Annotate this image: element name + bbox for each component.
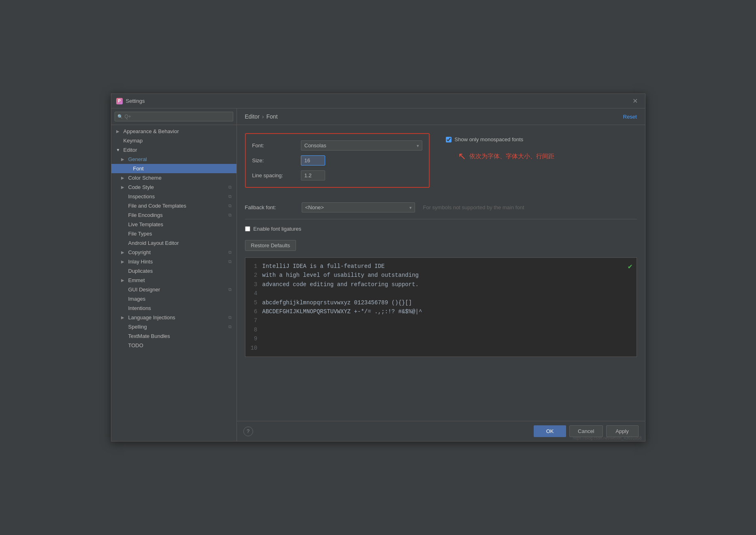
sidebar-item-label: Inspections bbox=[128, 193, 155, 200]
help-button[interactable]: ? bbox=[243, 427, 253, 436]
annotation-arrow-icon: ↖ bbox=[458, 151, 466, 162]
expand-icon: ▶ bbox=[116, 129, 122, 134]
dialog-body: 🔍 ▶ Appearance & Behavior Keymap ▼ bbox=[111, 108, 645, 441]
watermark: https://blog.csdn.net/weixin_43691058 bbox=[573, 436, 641, 440]
sidebar-item-general[interactable]: ▶ General bbox=[111, 155, 236, 164]
main-header: Editor › Font Reset bbox=[237, 108, 645, 125]
preview-line-8: 8 bbox=[249, 325, 632, 334]
sidebar-item-copyright[interactable]: ▶ Copyright ⧉ bbox=[111, 248, 236, 257]
sidebar-item-keymap[interactable]: Keymap bbox=[111, 136, 236, 145]
sidebar-item-inspections[interactable]: Inspections ⧉ bbox=[111, 192, 236, 201]
fallback-font-select[interactable]: <None> bbox=[302, 202, 415, 212]
sidebar: 🔍 ▶ Appearance & Behavior Keymap ▼ bbox=[111, 108, 237, 441]
sidebar-item-code-style[interactable]: ▶ Code Style ⧉ bbox=[111, 183, 236, 192]
line-spacing-input[interactable] bbox=[301, 170, 325, 180]
sidebar-item-label: Editor bbox=[124, 147, 137, 153]
monospaced-checkbox[interactable] bbox=[446, 137, 451, 142]
sidebar-item-file-encodings[interactable]: File Encodings ⧉ bbox=[111, 210, 236, 220]
search-box: 🔍 bbox=[111, 108, 236, 125]
sidebar-item-spelling[interactable]: Spelling ⧉ bbox=[111, 322, 236, 331]
size-label: Size: bbox=[252, 157, 297, 163]
preview-line-2: 2 with a high level of usability and out… bbox=[249, 271, 632, 280]
top-right: Show only monospaced fonts ↖ 依次为字体、字体大小、… bbox=[446, 133, 554, 196]
sidebar-item-gui-designer[interactable]: GUI Designer ⧉ bbox=[111, 285, 236, 294]
sidebar-item-android-layout[interactable]: Android Layout Editor bbox=[111, 238, 236, 248]
sidebar-item-label: File Encodings bbox=[128, 212, 163, 218]
sidebar-item-label: TextMate Bundles bbox=[128, 333, 170, 339]
breadcrumb-current: Font bbox=[266, 113, 278, 120]
sidebar-item-emmet[interactable]: ▶ Emmet bbox=[111, 276, 236, 285]
sidebar-item-images[interactable]: Images bbox=[111, 294, 236, 304]
top-section: Font: Consolas Size: bbox=[245, 133, 637, 196]
expand-icon: ▶ bbox=[121, 185, 127, 189]
preview-line-10: 10 bbox=[249, 344, 632, 352]
sidebar-item-editor[interactable]: ▼ Editor bbox=[111, 145, 236, 155]
sidebar-item-label: General bbox=[128, 156, 147, 162]
sidebar-item-label: Emmet bbox=[128, 277, 145, 283]
breadcrumb: Editor › Font bbox=[245, 113, 278, 120]
preview-line-3: 3 advanced code editing and refactoring … bbox=[249, 280, 632, 289]
fallback-hint: For symbols not supported by the main fo… bbox=[423, 204, 524, 210]
ligatures-checkbox[interactable] bbox=[245, 226, 250, 231]
monospaced-label: Show only monospaced fonts bbox=[455, 136, 524, 142]
copy-icon: ⧉ bbox=[228, 250, 232, 255]
expand-icon: ▶ bbox=[121, 157, 127, 161]
sidebar-item-label: Copyright bbox=[128, 249, 151, 255]
sidebar-item-label: Language Injections bbox=[128, 314, 175, 321]
expand-icon: ▶ bbox=[121, 315, 127, 320]
sidebar-tree: ▶ Appearance & Behavior Keymap ▼ Editor … bbox=[111, 125, 236, 441]
monospaced-checkbox-row: Show only monospaced fonts bbox=[446, 136, 554, 142]
expand-icon: ▶ bbox=[121, 278, 127, 282]
check-icon: ✔ bbox=[628, 261, 632, 273]
sidebar-item-label: File and Code Templates bbox=[128, 203, 187, 209]
copy-icon: ⧉ bbox=[228, 203, 232, 208]
app-icon: P bbox=[116, 98, 123, 104]
ligatures-label: Enable font ligatures bbox=[253, 226, 302, 232]
preview-line-4: 4 bbox=[249, 289, 632, 298]
preview-line-6: 6 ABCDEFGHIJKLMNOPQRSTUVWXYZ +-*/= .,;:!… bbox=[249, 307, 632, 316]
preview-box: ✔ 1 IntelliJ IDEA is a full-featured IDE… bbox=[245, 257, 637, 357]
copy-icon: ⧉ bbox=[228, 259, 232, 264]
sidebar-item-textmate-bundles[interactable]: TextMate Bundles bbox=[111, 331, 236, 341]
sidebar-item-duplicates[interactable]: Duplicates bbox=[111, 266, 236, 276]
divider bbox=[245, 219, 637, 219]
expand-icon: ▼ bbox=[116, 148, 122, 152]
annotation-row: ↖ 依次为字体、字体大小、行间距 bbox=[458, 151, 554, 162]
sidebar-item-label: Images bbox=[128, 296, 146, 302]
fallback-font-label: Fallback font: bbox=[245, 204, 294, 210]
sidebar-item-label: Live Templates bbox=[128, 221, 163, 227]
ligatures-row: Enable font ligatures bbox=[245, 226, 637, 232]
cancel-button[interactable]: Cancel bbox=[569, 425, 603, 437]
apply-button[interactable]: Apply bbox=[606, 425, 639, 437]
size-input[interactable] bbox=[301, 155, 325, 166]
sidebar-item-language-injections[interactable]: ▶ Language Injections ⧉ bbox=[111, 313, 236, 322]
sidebar-item-intentions[interactable]: Intentions bbox=[111, 304, 236, 313]
copy-icon: ⧉ bbox=[228, 315, 232, 320]
reset-button[interactable]: Reset bbox=[623, 114, 637, 120]
sidebar-item-live-templates[interactable]: Live Templates bbox=[111, 220, 236, 229]
copy-icon: ⧉ bbox=[228, 194, 232, 199]
sidebar-item-label: Intentions bbox=[128, 305, 151, 311]
sidebar-item-file-code-templates[interactable]: File and Code Templates ⧉ bbox=[111, 201, 236, 210]
sidebar-item-font[interactable]: Font bbox=[111, 164, 236, 173]
sidebar-item-appearance[interactable]: ▶ Appearance & Behavior bbox=[111, 127, 236, 136]
breadcrumb-separator: › bbox=[262, 113, 264, 120]
sidebar-item-label: Inlay Hints bbox=[128, 259, 153, 265]
search-input[interactable] bbox=[115, 112, 233, 121]
font-select[interactable]: Consolas bbox=[301, 140, 422, 151]
sidebar-item-label: Appearance & Behavior bbox=[124, 128, 179, 134]
sidebar-item-file-types[interactable]: File Types bbox=[111, 229, 236, 238]
expand-icon: ▶ bbox=[121, 259, 127, 264]
restore-defaults-button[interactable]: Restore Defaults bbox=[245, 240, 296, 251]
ok-button[interactable]: OK bbox=[534, 425, 566, 437]
sidebar-item-inlay-hints[interactable]: ▶ Inlay Hints ⧉ bbox=[111, 257, 236, 266]
close-button[interactable]: ✕ bbox=[630, 96, 640, 106]
sidebar-item-label: TODO bbox=[128, 342, 143, 348]
breadcrumb-parent: Editor bbox=[245, 113, 260, 120]
sidebar-item-label: File Types bbox=[128, 231, 152, 237]
sidebar-item-todo[interactable]: TODO bbox=[111, 341, 236, 350]
preview-line-1: 1 IntelliJ IDEA is a full-featured IDE bbox=[249, 262, 632, 271]
sidebar-item-label: Keymap bbox=[124, 138, 143, 144]
sidebar-item-color-scheme[interactable]: ▶ Color Scheme bbox=[111, 173, 236, 183]
font-label: Font: bbox=[252, 142, 297, 149]
